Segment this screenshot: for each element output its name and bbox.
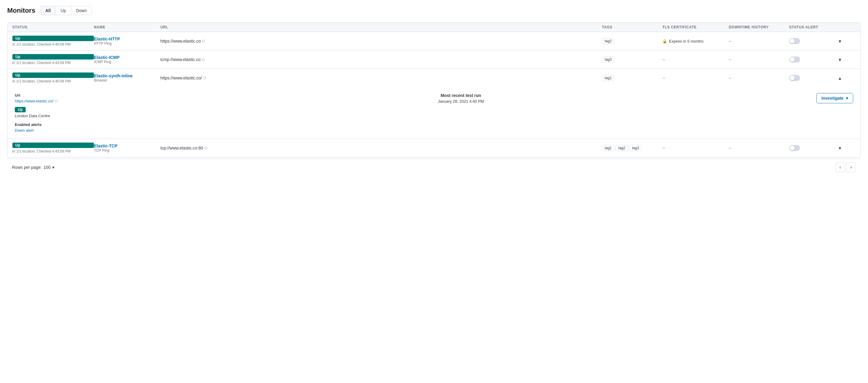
- page-title: Monitors: [7, 7, 35, 14]
- table-row: Up in 1/1 location, Checked 4:43:06 PM E…: [7, 139, 861, 157]
- status-sub: in 1/1 location, Checked 4:40:06 PM: [12, 42, 94, 46]
- external-link-icon: ⬡: [203, 76, 206, 80]
- external-link-icon: ⬡: [55, 99, 58, 103]
- tags-cell: tag2: [602, 38, 662, 44]
- col-name: Name: [94, 25, 160, 29]
- tab-up[interactable]: Up: [56, 6, 71, 15]
- lock-icon: 🔒: [662, 39, 667, 43]
- col-expand: [837, 25, 856, 29]
- expand-cell: ▴: [837, 74, 856, 82]
- monitors-table: Status Name Url Tags TLS Certificate Dow…: [7, 22, 861, 157]
- tags-cell: tag1 tag2 tag3: [602, 145, 662, 151]
- investigate-button[interactable]: Investigate ▾: [816, 93, 853, 103]
- downtime-history: --: [729, 146, 789, 151]
- status-sub: in 1/1 location, Checked 4:40:09 PM: [12, 79, 94, 83]
- expand-button[interactable]: ▾: [837, 144, 842, 152]
- expanded-url-text: https://www.elastic.co/: [15, 99, 54, 103]
- tls-cell: --: [662, 75, 729, 81]
- name-cell: Elastic-ICMP ICMP Ping: [94, 55, 160, 64]
- url-cell: tcp://www.elastic.co:80 ⬡: [160, 146, 602, 151]
- tab-group: All Up Down: [40, 6, 92, 15]
- status-sub: in 1/1 location, Checked 4:43:06 PM: [12, 149, 94, 154]
- url-text: icmp://www.elastic.co: [160, 57, 200, 62]
- tls-text: Expires in 5 months: [669, 39, 704, 43]
- monitor-name-link[interactable]: Elastic-HTTP: [94, 36, 160, 41]
- status-badge: Up: [12, 54, 94, 60]
- tags-cell: tag1: [602, 75, 662, 81]
- table-header: Status Name Url Tags TLS Certificate Dow…: [7, 23, 861, 32]
- rows-per-page-selector[interactable]: Rows per page: 100 ▾: [12, 165, 54, 170]
- status-cell: Up in 1/1 location, Checked 4:43:06 PM: [12, 142, 94, 154]
- monitor-name-link[interactable]: Elastic-TCP: [94, 143, 160, 148]
- toggle-switch[interactable]: [789, 145, 800, 151]
- rows-per-page-value: 100: [43, 165, 51, 170]
- monitor-name-link[interactable]: Elastic-synth-inline: [94, 73, 160, 78]
- tag-badge: tag3: [602, 57, 614, 63]
- name-cell: Elastic-HTTP HTTP Ping: [94, 36, 160, 45]
- monitor-type: HTTP Ping: [94, 41, 160, 45]
- external-link-icon: ⬡: [202, 39, 205, 43]
- downtime-history: --: [729, 75, 789, 81]
- status-cell: Up in 1/1 location, Checked 4:43:06 PM: [12, 54, 94, 65]
- url-text: https://www.elastic.co: [160, 39, 201, 43]
- tls-cell: --: [662, 57, 729, 62]
- toggle-switch[interactable]: [789, 75, 800, 81]
- status-alert-toggle: [789, 145, 837, 151]
- status-cell: Up in 1/1 location, Checked 4:40:09 PM: [12, 72, 94, 83]
- status-alert-toggle: [789, 38, 837, 44]
- url-text: https://www.elastic.co/: [160, 75, 202, 81]
- monitor-type: Browser: [94, 78, 160, 83]
- prev-page-button[interactable]: ‹: [835, 162, 845, 172]
- monitor-name-link[interactable]: Elastic-ICMP: [94, 55, 160, 60]
- expand-button[interactable]: ▾: [837, 56, 842, 64]
- footer-row: Rows per page: 100 ▾ ‹ ›: [7, 159, 861, 176]
- rows-per-page-label: Rows per page:: [12, 165, 42, 170]
- toggle-switch[interactable]: [789, 38, 800, 44]
- tab-down[interactable]: Down: [71, 6, 92, 15]
- col-url: Url: [160, 25, 602, 29]
- status-badge: Up: [12, 72, 94, 78]
- expanded-grid: Url https://www.elastic.co/ ⬡ Up London …: [15, 93, 853, 133]
- url-text: tcp://www.elastic.co:80: [160, 146, 203, 151]
- tag-badge: tag2: [602, 38, 614, 44]
- url-section-title: Url: [15, 93, 105, 98]
- next-page-button[interactable]: ›: [846, 162, 856, 172]
- tag-badge: tag1: [602, 145, 614, 151]
- table-row: Up in 1/1 location, Checked 4:40:09 PM E…: [7, 69, 861, 87]
- col-tls: TLS Certificate: [662, 25, 729, 29]
- tag-badge: tag3: [629, 145, 642, 151]
- status-badge: Up: [12, 142, 94, 148]
- status-alert-toggle: [789, 75, 837, 81]
- name-cell: Elastic-synth-inline Browser: [94, 73, 160, 83]
- enabled-alerts-title: Enabled alerts: [15, 122, 105, 127]
- tls-cell: --: [662, 146, 729, 151]
- monitor-type: TCP Ping: [94, 148, 160, 153]
- expanded-panel: Url https://www.elastic.co/ ⬡ Up London …: [7, 87, 861, 139]
- monitor-type: ICMP Ping: [94, 60, 160, 64]
- downtime-history: --: [729, 39, 789, 43]
- down-alert-link[interactable]: Down alert: [15, 128, 105, 133]
- status-badge: Up: [12, 36, 94, 41]
- tls-cell: 🔒 Expires in 5 months: [662, 39, 729, 43]
- table-row: Up in 1/1 location, Checked 4:43:06 PM E…: [7, 51, 861, 69]
- expand-button[interactable]: ▾: [837, 37, 842, 45]
- page-header: Monitors All Up Down: [7, 6, 861, 15]
- expanded-url-link[interactable]: https://www.elastic.co/ ⬡: [15, 99, 105, 103]
- rows-per-page-chevron: ▾: [52, 165, 54, 170]
- most-recent-title: Most recent test run: [112, 93, 810, 98]
- external-link-icon: ⬡: [202, 58, 205, 62]
- most-recent-date: January 28, 2021 4:40 PM: [112, 99, 810, 104]
- expand-cell: ▾: [837, 37, 856, 45]
- expanded-status: Up: [15, 107, 105, 113]
- url-cell: https://www.elastic.co ⬡: [160, 39, 602, 43]
- tag-badge: tag2: [616, 145, 628, 151]
- url-cell: icmp://www.elastic.co ⬡: [160, 57, 602, 62]
- collapse-button[interactable]: ▴: [837, 74, 842, 82]
- toggle-switch[interactable]: [789, 57, 800, 63]
- expand-cell: ▾: [837, 144, 856, 152]
- name-cell: Elastic-TCP TCP Ping: [94, 143, 160, 153]
- tab-all[interactable]: All: [40, 6, 56, 15]
- investigate-label: Investigate: [822, 96, 843, 101]
- tag-badge: tag1: [602, 75, 614, 81]
- expand-cell: ▾: [837, 56, 856, 64]
